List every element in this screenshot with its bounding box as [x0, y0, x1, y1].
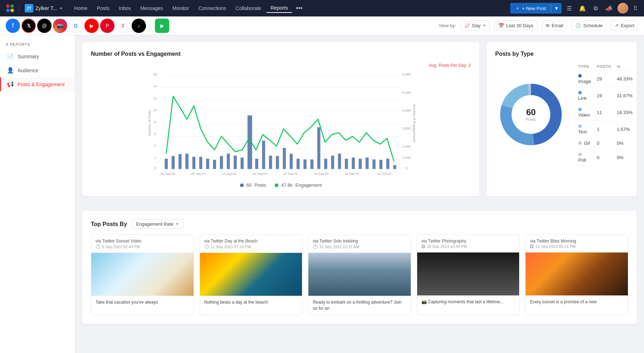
- post-source: via Twitter Day at the Beach: [204, 239, 298, 244]
- svg-rect-52: [317, 127, 321, 169]
- extra-platform-icon[interactable]: ▶: [155, 19, 169, 33]
- nav-item-connections[interactable]: Connections: [194, 4, 230, 13]
- zoho-icon[interactable]: Z: [116, 19, 130, 33]
- post-card-header: via Twitter Sunset Video 🕐 5 Sep 2023 02…: [91, 235, 194, 253]
- new-post-label: + New Post: [522, 6, 546, 11]
- facebook-icon[interactable]: f: [6, 19, 20, 33]
- top-posts-sort-button[interactable]: Engagement Rate ▼: [131, 219, 184, 229]
- svg-rect-48: [290, 154, 293, 169]
- user-avatar[interactable]: [618, 3, 628, 14]
- nav-more-button[interactable]: •••: [293, 3, 306, 14]
- top-post-card[interactable]: via Twitter Photography 🖼 18 Sep 2023 10…: [417, 235, 520, 315]
- nav-notifications-icon[interactable]: 🔔: [577, 4, 588, 13]
- nav-menu-icon[interactable]: ☰: [565, 4, 574, 13]
- posts-by-type-card: Posts by Type: [487, 42, 637, 196]
- svg-rect-60: [372, 160, 376, 169]
- svg-rect-63: [393, 165, 396, 169]
- export-button[interactable]: ↗ Export: [611, 21, 638, 30]
- youtube-icon[interactable]: ▶: [84, 19, 99, 33]
- app-logo: [4, 3, 16, 14]
- sidebar-item-posts-engagement-label: Posts & Engagement: [18, 82, 65, 87]
- email-button[interactable]: ✉ Email: [542, 21, 567, 30]
- chart-legend: 60 Posts 47.8k Engagement: [91, 182, 471, 188]
- type-name-cell: Text: [575, 121, 594, 138]
- sidebar: X REPORTS 📄 Summary 👤 Audience 📢 Posts &…: [0, 35, 75, 353]
- legend-engagement: 47.8k Engagement: [275, 182, 322, 188]
- type-dot: [578, 124, 582, 128]
- svg-rect-62: [386, 159, 390, 169]
- svg-rect-40: [234, 156, 237, 169]
- type-dot: [578, 141, 582, 145]
- svg-rect-38: [220, 156, 223, 169]
- post-card-header: via Twitter Solo trekking 🕐 15 Sep 2023 …: [308, 235, 411, 253]
- nav-item-posts[interactable]: Posts: [93, 4, 114, 13]
- pinterest-icon[interactable]: P: [100, 19, 114, 33]
- post-source: via Twitter Photography: [421, 239, 515, 244]
- nav-item-monitor[interactable]: Monitor: [168, 4, 194, 13]
- schedule-button[interactable]: 🕐 Schedule: [571, 21, 606, 30]
- svg-text:4: 4: [154, 143, 156, 147]
- svg-text:6: 6: [154, 132, 156, 136]
- summary-icon: 📄: [7, 53, 14, 60]
- nav-item-home[interactable]: Home: [70, 4, 92, 13]
- nav-settings-icon[interactable]: ⚙: [591, 4, 600, 13]
- avg-posts-label: Avg. Posts Per Day: 2: [91, 63, 471, 68]
- svg-rect-35: [199, 157, 203, 169]
- svg-rect-45: [269, 156, 272, 169]
- svg-point-2: [6, 9, 10, 12]
- post-clock-icon: 🖼: [530, 244, 534, 249]
- sidebar-item-summary[interactable]: 📄 Summary: [0, 49, 75, 63]
- top-post-card[interactable]: via Twitter Sunset Video 🕐 5 Sep 2023 02…: [91, 235, 194, 315]
- nav-item-inbox[interactable]: Inbox: [114, 4, 135, 13]
- type-dot: [578, 91, 582, 94]
- nav-apps-icon[interactable]: ⠿: [631, 4, 640, 13]
- svg-text:Number of Engagements: Number of Engagements: [413, 104, 416, 142]
- svg-rect-46: [276, 156, 279, 169]
- new-post-dropdown-button[interactable]: ▼: [551, 3, 562, 14]
- brand-avatar: ZT: [25, 4, 33, 13]
- nav-item-messages[interactable]: Messages: [136, 4, 167, 13]
- svg-text:Number of Posts: Number of Posts: [147, 110, 151, 136]
- date-range-button[interactable]: 📅 Last 30 Days: [494, 21, 537, 30]
- chart-svg: 16 14 12 10 8 6 4 2 0 Number of Posts 6,…: [91, 69, 471, 177]
- schedule-label: Schedule: [583, 23, 602, 28]
- brand-name: Zylker T...: [35, 5, 57, 11]
- donut-chart: 60 Posts: [495, 79, 567, 150]
- svg-rect-61: [379, 160, 382, 169]
- post-caption: Ready to embark on a thrilling adventure…: [308, 296, 411, 315]
- post-image: [200, 253, 302, 296]
- google-icon[interactable]: G: [69, 19, 83, 33]
- tiktok-icon[interactable]: ♪: [132, 19, 146, 33]
- view-by-label: View by:: [439, 23, 456, 28]
- type-count-cell: 11: [594, 104, 614, 121]
- svg-text:12 Sep'23: 12 Sep'23: [222, 172, 236, 176]
- threads-icon[interactable]: @: [37, 19, 52, 33]
- nav-item-reports[interactable]: Reports: [266, 4, 292, 13]
- type-table-row: Gif 0 0%: [575, 138, 635, 149]
- nav-megaphone-icon[interactable]: 📣: [603, 4, 615, 13]
- twitter-x-icon[interactable]: 𝕏: [21, 19, 36, 33]
- post-image: [91, 253, 194, 296]
- instagram-icon[interactable]: 📷: [53, 19, 67, 33]
- top-post-card[interactable]: via Twitter Solo trekking 🕐 15 Sep 2023 …: [308, 235, 411, 315]
- svg-rect-47: [283, 148, 286, 169]
- legend-engagement-label: Engagement: [296, 182, 322, 188]
- day-label: Day: [472, 23, 480, 28]
- main-content: Number of Posts vs Engagement Avg. Posts…: [75, 35, 644, 353]
- nav-item-collaborate[interactable]: Collaborate: [231, 4, 265, 13]
- new-post-button[interactable]: ＋ + New Post: [510, 3, 551, 14]
- sidebar-item-audience[interactable]: 👤 Audience: [0, 63, 75, 77]
- svg-rect-57: [352, 157, 355, 169]
- top-post-card[interactable]: via Twitter Day at the Beach 🕐 11 Sep 20…: [200, 235, 303, 315]
- top-post-card[interactable]: via Twitter Bliss Morning 🖼 13 Sep 2023 …: [525, 235, 628, 315]
- sidebar-item-posts-engagement[interactable]: 📢 Posts & Engagement: [0, 77, 75, 91]
- type-pct-cell: 0%: [614, 138, 635, 149]
- email-label: Email: [552, 23, 564, 28]
- view-by-day-button[interactable]: 📈 Day ▼: [460, 21, 490, 30]
- top-posts-grid: via Twitter Sunset Video 🕐 5 Sep 2023 02…: [91, 235, 628, 315]
- brand-switcher[interactable]: ZT Zylker T... ▼: [22, 3, 65, 14]
- top-posts-header: Top Posts By Engagement Rate ▼: [91, 219, 628, 229]
- brand-chevron-icon: ▼: [59, 6, 63, 10]
- svg-text:5,000: 5,000: [402, 90, 411, 94]
- svg-text:4,000: 4,000: [402, 108, 411, 112]
